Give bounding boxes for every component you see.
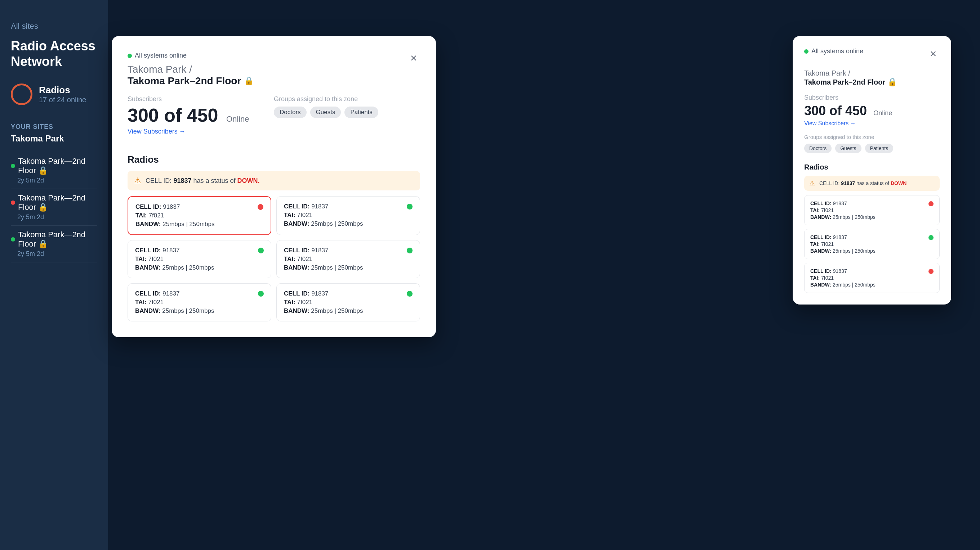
radio-card-info: CELL ID: 91837 TAI: 7f021 BANDW: 25mbps … <box>135 290 215 315</box>
radio-list-info: CELL ID: 91837 TAI: 7f021 BANDW: 25mbps … <box>810 268 875 288</box>
radio-card-info: CELL ID: 91837 TAI: 7f021 BANDW: 25mbps … <box>284 203 363 227</box>
radio-list-info: CELL ID: 91837 TAI: 7f021 BANDW: 25mbps … <box>810 200 875 220</box>
radio-field-cellid: CELL ID: 91837 <box>284 247 363 254</box>
radio-list-field-tai: TAI: 7f021 <box>810 241 875 247</box>
radio-card[interactable]: CELL ID: 91837 TAI: 7f021 BANDW: 25mbps … <box>127 283 271 322</box>
radio-card[interactable]: CELL ID: 91837 TAI: 7f021 BANDW: 25mbps … <box>127 240 271 278</box>
radio-status-dot-green <box>407 291 412 296</box>
radio-field-bandw: BANDW: 25mbps | 250mbps <box>284 307 363 315</box>
small-modal-header: All systems online ✕ <box>804 48 940 60</box>
radio-card-info: CELL ID: 91837 TAI: 7f021 BANDW: 25mbps … <box>284 247 363 271</box>
radio-list-card[interactable]: CELL ID: 91837 TAI: 7f021 BANDW: 25mbps … <box>804 263 940 293</box>
small-group-tag-doctors: Doctors <box>804 144 832 153</box>
radio-field-bandw: BANDW: 25mbps | 250mbps <box>135 221 215 228</box>
subscriber-count: 300 of 450 Online <box>127 105 274 125</box>
alert-banner: ⚠ CELL ID: 91837 has a status of DOWN. <box>127 171 420 190</box>
small-close-button[interactable]: ✕ <box>927 48 940 60</box>
radio-list-info: CELL ID: 91837 TAI: 7f021 BANDW: 25mbps … <box>810 234 875 254</box>
radios-icon <box>11 84 32 105</box>
modal-breadcrumb: Takoma Park / <box>127 64 254 75</box>
radio-field-bandw: BANDW: 25mbps | 250mbps <box>284 220 363 227</box>
small-subscriber-count: 300 of 450 Online <box>804 104 940 118</box>
small-alert-cell-id-label: CELL ID: <box>819 180 841 186</box>
list-item[interactable]: Takoma Park—2nd Floor 🔒 2y 5m 2d <box>11 226 97 262</box>
view-subscribers-link[interactable]: View Subscribers → <box>127 128 274 135</box>
radio-field-bandw: BANDW: 25mbps | 250mbps <box>135 307 215 315</box>
list-item[interactable]: Takoma Park—2nd Floor 🔒 2y 5m 2d <box>11 189 97 226</box>
alert-cell-id-value: 91837 <box>173 177 191 184</box>
radio-list-field-cellid: CELL ID: 91837 <box>810 268 875 274</box>
alert-text: CELL ID: 91837 has a status of DOWN. <box>146 177 260 185</box>
small-online-label: Online <box>873 109 892 117</box>
radios-section: Radios 17 of 24 online <box>11 84 97 105</box>
group-tag-patients: Patients <box>344 106 378 118</box>
radio-list-status-red <box>929 269 934 274</box>
small-status-line: All systems online <box>804 48 863 55</box>
radio-field-tai: TAI: 7f021 <box>284 212 363 219</box>
small-modal-breadcrumb: Takoma Park / <box>804 69 940 78</box>
groups-label: Groups assigned to this zone <box>274 95 420 103</box>
modal-body-top: Subscribers 300 of 450 Online View Subsc… <box>127 95 420 144</box>
subscribers-section: Subscribers 300 of 450 Online View Subsc… <box>127 95 274 144</box>
online-label: Online <box>226 114 249 124</box>
group-tag-doctors: Doctors <box>274 106 307 118</box>
site-item-sub: 2y 5m 2d <box>11 214 97 221</box>
small-radios-section-header: Radios <box>804 163 940 171</box>
radio-field-bandw: BANDW: 25mbps | 250mbps <box>135 264 215 271</box>
radio-field-cellid: CELL ID: 91837 <box>135 290 215 297</box>
small-modal-status-section: All systems online <box>804 48 863 59</box>
small-alert-cell-id-value: 91837 <box>841 180 855 186</box>
radio-field-tai: TAI: 7f021 <box>135 299 215 306</box>
radio-list-field-tai: TAI: 7f021 <box>810 275 875 281</box>
main-modal: All systems online Takoma Park / Takoma … <box>112 36 436 337</box>
site-item-name: Takoma Park—2nd Floor 🔒 <box>11 193 97 212</box>
radio-list-field-tai: TAI: 7f021 <box>810 207 875 213</box>
radio-grid: CELL ID: 91837 TAI: 7f021 BANDW: 25mbps … <box>127 196 420 322</box>
list-item[interactable]: Takoma Park—2nd Floor 🔒 2y 5m 2d <box>11 152 97 189</box>
small-view-subscribers-link[interactable]: View Subscribers → <box>804 120 940 127</box>
status-dot-green <box>127 54 132 58</box>
radio-list-field-bandw: BANDW: 25mbps | 250mbps <box>810 282 875 288</box>
status-dot <box>11 237 15 241</box>
site-item-name: Takoma Park—2nd Floor 🔒 <box>11 230 97 249</box>
radio-card[interactable]: CELL ID: 91837 TAI: 7f021 BANDW: 25mbps … <box>127 196 271 235</box>
radio-field-tai: TAI: 7f021 <box>135 212 215 219</box>
radio-list-field-bandw: BANDW: 25mbps | 250mbps <box>810 248 875 254</box>
radio-field-cellid: CELL ID: 91837 <box>284 290 363 297</box>
modal-header: All systems online Takoma Park / Takoma … <box>127 52 420 87</box>
radio-list-field-bandw: BANDW: 25mbps | 250mbps <box>810 214 875 220</box>
small-alert-icon: ⚠ <box>809 179 815 187</box>
small-groups-label: Groups assigned to this zone <box>804 134 940 140</box>
radios-section-header: Radios <box>127 154 420 165</box>
radio-field-tai: TAI: 7f021 <box>284 255 363 263</box>
your-sites-label: YOUR SITES <box>11 123 97 131</box>
radio-status-dot-red <box>258 204 263 210</box>
small-group-tag-patients: Patients <box>865 144 894 153</box>
radio-status-dot-green <box>258 291 264 296</box>
radio-field-tai: TAI: 7f021 <box>284 299 363 306</box>
site-item-name: Takoma Park—2nd Floor 🔒 <box>11 157 97 175</box>
site-item-sub: 2y 5m 2d <box>11 177 97 184</box>
small-modal-title: Takoma Park–2nd Floor 🔒 <box>804 78 940 87</box>
subscribers-label: Subscribers <box>127 95 274 103</box>
status-text: All systems online <box>135 52 187 59</box>
radio-list-status-red <box>929 201 934 206</box>
radio-card[interactable]: CELL ID: 91837 TAI: 7f021 BANDW: 25mbps … <box>276 240 420 278</box>
sidebar-title: Radio Access Network <box>11 38 97 69</box>
small-subscribers-label: Subscribers <box>804 94 940 101</box>
modal-title: Takoma Park–2nd Floor 🔒 <box>127 75 254 87</box>
small-group-tag-guests: Guests <box>835 144 861 153</box>
small-groups-section: Groups assigned to this zone Doctors Gue… <box>804 134 940 153</box>
radio-field-bandw: BANDW: 25mbps | 250mbps <box>284 264 363 271</box>
alert-status-down: DOWN. <box>237 177 260 184</box>
radio-list-field-cellid: CELL ID: 91837 <box>810 200 875 206</box>
alert-icon: ⚠ <box>134 176 141 185</box>
radio-card[interactable]: CELL ID: 91837 TAI: 7f021 BANDW: 25mbps … <box>276 283 420 322</box>
radio-card[interactable]: CELL ID: 91837 TAI: 7f021 BANDW: 25mbps … <box>276 196 420 235</box>
close-button[interactable]: ✕ <box>407 52 420 65</box>
groups-tags: Doctors Guests Patients <box>274 106 420 118</box>
radio-list-card[interactable]: CELL ID: 91837 TAI: 7f021 BANDW: 25mbps … <box>804 229 940 259</box>
radio-list-field-cellid: CELL ID: 91837 <box>810 234 875 240</box>
radio-field-tai: TAI: 7f021 <box>135 255 215 263</box>
radio-list-card[interactable]: CELL ID: 91837 TAI: 7f021 BANDW: 25mbps … <box>804 195 940 225</box>
